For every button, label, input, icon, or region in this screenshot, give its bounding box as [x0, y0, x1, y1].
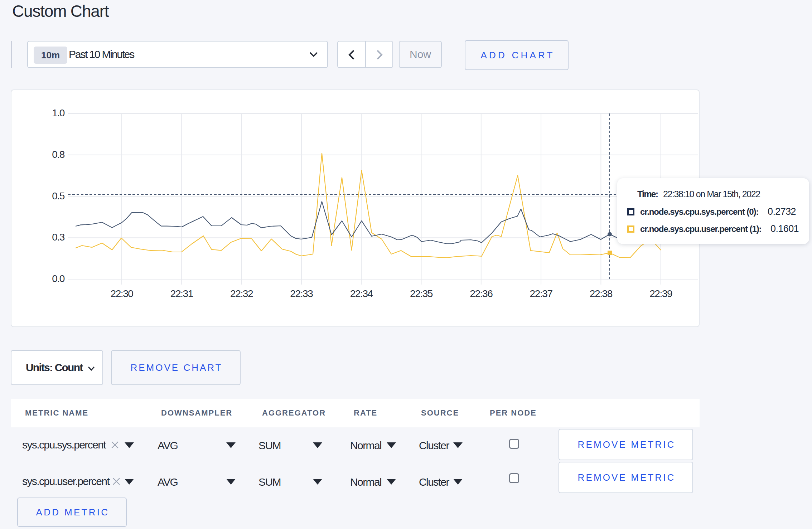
- svg-text:0.0: 0.0: [52, 273, 65, 284]
- svg-text:22:31: 22:31: [170, 288, 193, 299]
- svg-text:22:35: 22:35: [410, 288, 433, 299]
- svg-text:22:30: 22:30: [110, 288, 133, 299]
- svg-text:22:36: 22:36: [470, 288, 493, 299]
- svg-text:0.8: 0.8: [52, 149, 65, 160]
- svg-text:22:39: 22:39: [649, 288, 672, 299]
- svg-text:0.3: 0.3: [52, 232, 65, 243]
- svg-text:22:34: 22:34: [350, 288, 373, 299]
- svg-text:22:38: 22:38: [590, 288, 613, 299]
- svg-text:22:33: 22:33: [290, 288, 313, 299]
- svg-text:0.5: 0.5: [52, 190, 65, 202]
- svg-text:22:32: 22:32: [230, 288, 253, 299]
- svg-text:1.0: 1.0: [52, 107, 65, 118]
- svg-text:22:37: 22:37: [530, 288, 553, 299]
